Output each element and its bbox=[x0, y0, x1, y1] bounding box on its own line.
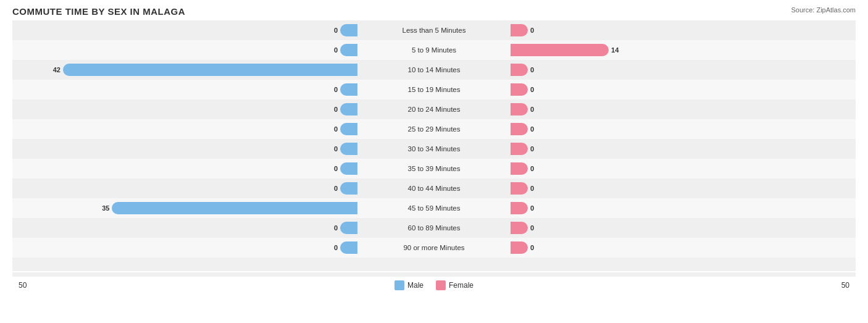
source-text: Source: ZipAtlas.com bbox=[791, 6, 856, 14]
title-row: COMMUTE TIME BY SEX IN MALAGA Source: Zi… bbox=[12, 6, 856, 17]
left-side: 35 bbox=[12, 198, 360, 218]
left-side: 0 bbox=[12, 99, 360, 119]
female-bar bbox=[511, 162, 528, 175]
legend-item-male: Male bbox=[394, 280, 424, 290]
male-bar bbox=[340, 83, 357, 96]
female-bar bbox=[511, 83, 528, 96]
right-side: 0 bbox=[508, 139, 856, 159]
female-bar bbox=[511, 44, 609, 56]
female-zero-value: 0 bbox=[528, 86, 536, 93]
row-label: Less than 5 Minutes bbox=[360, 27, 508, 34]
chart-container: COMMUTE TIME BY SEX IN MALAGA Source: Zi… bbox=[0, 0, 868, 323]
male-zero-value: 0 bbox=[332, 125, 340, 133]
male-bar bbox=[340, 24, 357, 36]
axis-right-label: 50 bbox=[841, 281, 849, 290]
right-side: 0 bbox=[508, 80, 856, 99]
right-side: 0 bbox=[508, 178, 856, 198]
row-label: 25 to 29 Minutes bbox=[360, 125, 508, 133]
left-side: 0 bbox=[12, 80, 360, 99]
male-legend-label: Male bbox=[407, 281, 424, 290]
female-bar bbox=[511, 24, 528, 36]
bar-row: 090 or more Minutes0 bbox=[12, 238, 856, 258]
female-legend-label: Female bbox=[449, 281, 474, 290]
chart-title: COMMUTE TIME BY SEX IN MALAGA bbox=[12, 6, 185, 17]
right-side: 0 bbox=[508, 198, 856, 218]
male-bar bbox=[340, 162, 357, 175]
female-zero-value: 0 bbox=[528, 165, 536, 172]
chart-area: 0Less than 5 Minutes005 to 9 Minutes1442… bbox=[12, 20, 856, 277]
row-label: 10 to 14 Minutes bbox=[360, 66, 508, 73]
female-zero-value: 0 bbox=[528, 27, 536, 34]
female-zero-value: 0 bbox=[528, 106, 536, 113]
left-side: 0 bbox=[12, 139, 360, 159]
row-label: 45 to 59 Minutes bbox=[360, 204, 508, 212]
female-zero-value: 0 bbox=[528, 145, 536, 153]
female-bar bbox=[511, 182, 528, 195]
female-bar bbox=[511, 123, 528, 135]
male-zero-value: 0 bbox=[332, 185, 340, 192]
bar-row: 3545 to 59 Minutes0 bbox=[12, 198, 856, 218]
female-zero-value: 0 bbox=[528, 185, 536, 192]
male-zero-value: 0 bbox=[332, 106, 340, 113]
row-label: 15 to 19 Minutes bbox=[360, 86, 508, 93]
female-zero-value: 0 bbox=[528, 224, 536, 232]
row-label: 5 to 9 Minutes bbox=[360, 46, 508, 54]
male-zero-value: 0 bbox=[332, 46, 340, 54]
female-zero-value: 0 bbox=[528, 66, 536, 73]
row-label: 60 to 89 Minutes bbox=[360, 224, 508, 232]
bar-row: 025 to 29 Minutes0 bbox=[12, 119, 856, 139]
left-side: 42 bbox=[12, 60, 360, 80]
male-bar bbox=[340, 143, 357, 155]
bar-row: 060 to 89 Minutes0 bbox=[12, 218, 856, 238]
male-bar bbox=[340, 241, 357, 254]
female-bar bbox=[511, 202, 528, 214]
right-side: 0 bbox=[508, 159, 856, 178]
axis-left-label: 50 bbox=[19, 281, 27, 290]
right-side: 0 bbox=[508, 218, 856, 238]
male-zero-value: 0 bbox=[332, 145, 340, 153]
female-zero-value: 0 bbox=[528, 244, 536, 251]
left-side: 0 bbox=[12, 20, 360, 40]
male-bar bbox=[340, 103, 357, 115]
male-bar bbox=[112, 202, 357, 214]
male-zero-value: 0 bbox=[332, 27, 340, 34]
male-bar bbox=[340, 182, 357, 195]
male-bar bbox=[340, 123, 357, 135]
female-bar bbox=[511, 143, 528, 155]
legend-item-female: Female bbox=[436, 280, 474, 290]
female-bar bbox=[511, 64, 528, 76]
female-zero-value: 0 bbox=[528, 204, 536, 212]
right-side: 0 bbox=[508, 60, 856, 80]
right-side: 14 bbox=[508, 40, 856, 60]
left-side: 0 bbox=[12, 40, 360, 60]
right-side: 0 bbox=[508, 119, 856, 139]
bar-row: 4210 to 14 Minutes0 bbox=[12, 60, 856, 80]
male-zero-value: 0 bbox=[332, 244, 340, 251]
row-label: 40 to 44 Minutes bbox=[360, 185, 508, 192]
male-bar bbox=[340, 222, 357, 234]
left-side: 0 bbox=[12, 159, 360, 178]
male-value-label: 42 bbox=[53, 66, 61, 73]
bar-row: 0Less than 5 Minutes0 bbox=[12, 20, 856, 40]
left-side: 0 bbox=[12, 119, 360, 139]
legend-items: Male Female bbox=[394, 280, 474, 290]
left-side: 0 bbox=[12, 238, 360, 258]
female-bar bbox=[511, 222, 528, 234]
female-zero-value: 0 bbox=[528, 125, 536, 133]
right-side: 0 bbox=[508, 20, 856, 40]
bar-row: 035 to 39 Minutes0 bbox=[12, 159, 856, 178]
left-side: 0 bbox=[12, 178, 360, 198]
legend-row: 50 Male Female 50 bbox=[12, 280, 856, 290]
row-label: 90 or more Minutes bbox=[360, 244, 508, 251]
row-label: 35 to 39 Minutes bbox=[360, 165, 508, 172]
bar-row: 015 to 19 Minutes0 bbox=[12, 80, 856, 99]
male-zero-value: 0 bbox=[332, 224, 340, 232]
male-swatch bbox=[394, 280, 404, 290]
row-label: 20 to 24 Minutes bbox=[360, 106, 508, 113]
right-side: 0 bbox=[508, 99, 856, 119]
female-value-label: 14 bbox=[611, 46, 619, 54]
bar-row: 020 to 24 Minutes0 bbox=[12, 99, 856, 119]
bar-row: 040 to 44 Minutes0 bbox=[12, 178, 856, 198]
row-label: 30 to 34 Minutes bbox=[360, 145, 508, 153]
female-swatch bbox=[436, 280, 446, 290]
